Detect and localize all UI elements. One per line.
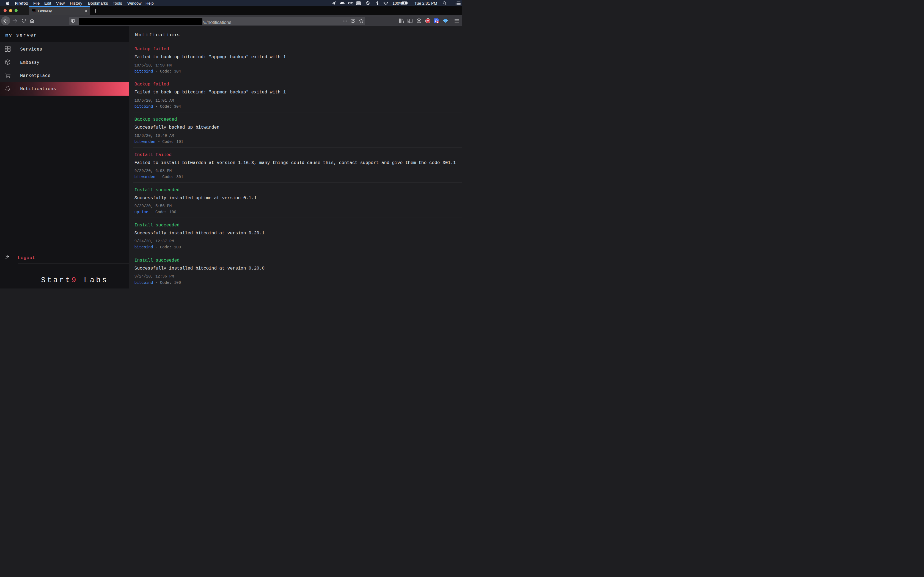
svg-text:ABP: ABP [426, 20, 430, 22]
